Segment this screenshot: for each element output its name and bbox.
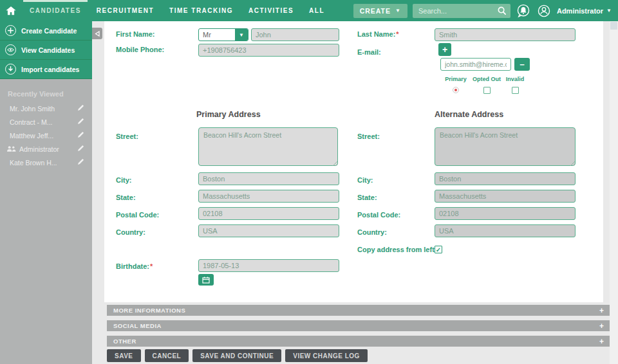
scrollbar-thumb[interactable] xyxy=(610,22,617,30)
email-label: E-mail: xyxy=(357,48,381,56)
user-menu[interactable]: Administrator ▼ xyxy=(557,7,612,15)
recent-item-kate-brown[interactable]: Kate Brown H... xyxy=(0,156,92,169)
copy-address-label: Copy address from left: xyxy=(357,246,436,253)
people-icon xyxy=(6,145,16,153)
save-button[interactable]: SAVE xyxy=(107,349,141,362)
invalid-checkbox[interactable] xyxy=(512,87,519,94)
title-select-value: Mr xyxy=(199,31,235,39)
form-action-buttons: SAVE CANCEL SAVE AND CONTINUE VIEW CHANG… xyxy=(107,349,368,362)
section-label: SOCIAL MEDIA xyxy=(113,322,162,329)
sidebar: Create Candidate View Candidates Import … xyxy=(0,21,92,364)
app-window: CANDIDATES RECRUITMENT TIME TRACKING ACT… xyxy=(0,0,618,364)
alternate-street-textarea[interactable]: Beacon Hill's Acorn Street xyxy=(435,127,576,166)
sidebar-collapse-handle[interactable] xyxy=(92,28,102,39)
alternate-state-input[interactable] xyxy=(435,190,576,203)
primary-radio[interactable] xyxy=(453,87,459,93)
primary-postal-label: Postal Code: xyxy=(116,211,159,219)
recent-item-john-smith[interactable]: Mr. John Smith xyxy=(0,102,92,115)
search-input[interactable] xyxy=(413,4,510,18)
vertical-scrollbar[interactable] xyxy=(610,21,618,364)
download-circle-icon xyxy=(5,64,16,75)
save-and-continue-button[interactable]: SAVE AND CONTINUE xyxy=(192,349,281,362)
copy-address-checkbox[interactable]: ✓ xyxy=(435,246,442,253)
alternate-city-input[interactable] xyxy=(435,172,576,185)
primary-street-label: Street: xyxy=(116,132,138,140)
add-email-button[interactable]: + xyxy=(438,43,451,56)
required-asterisk: * xyxy=(396,30,398,38)
view-change-log-button[interactable]: VIEW CHANGE LOG xyxy=(285,349,368,362)
primary-state-input[interactable] xyxy=(198,190,339,203)
birthdate-label: Birthdate:* xyxy=(116,262,153,270)
alternate-state-label: State: xyxy=(357,194,377,201)
sidebar-item-import-candidates[interactable]: Import candidates xyxy=(0,60,92,79)
first-name-input[interactable] xyxy=(251,28,339,41)
opted-out-checkbox[interactable] xyxy=(483,87,491,94)
radio-selected-dot xyxy=(454,89,457,91)
first-name-label: First Name: xyxy=(116,30,155,38)
expand-plus-icon[interactable]: + xyxy=(599,322,604,331)
calendar-button[interactable] xyxy=(198,274,214,286)
primary-country-input[interactable] xyxy=(198,224,339,237)
required-asterisk: * xyxy=(150,262,153,270)
expand-plus-icon[interactable]: + xyxy=(599,306,604,315)
nav-tab-candidates[interactable]: CANDIDATES xyxy=(22,0,89,21)
email-flag-invalid: Invalid xyxy=(497,76,533,94)
section-label: OTHER xyxy=(113,338,136,345)
recent-item-label: Contract - M... xyxy=(10,118,53,126)
section-other[interactable]: OTHER + xyxy=(107,336,610,347)
primary-city-input[interactable] xyxy=(198,172,339,185)
email-input[interactable] xyxy=(440,58,511,71)
last-name-input[interactable] xyxy=(435,28,576,41)
sidebar-item-label: View Candidates xyxy=(21,46,75,54)
search-icon[interactable] xyxy=(497,6,507,18)
recent-item-contract[interactable]: Contract - M... xyxy=(0,115,92,129)
primary-street-textarea[interactable]: Beacon Hill's Acorn Street xyxy=(198,127,338,166)
nav-tab-all[interactable]: ALL xyxy=(301,0,332,21)
calendar-icon xyxy=(202,277,210,284)
mobile-phone-input[interactable] xyxy=(198,44,339,57)
alternate-country-input[interactable] xyxy=(435,224,576,237)
alternate-street-label: Street: xyxy=(357,132,380,140)
section-social-media[interactable]: SOCIAL MEDIA + xyxy=(107,320,610,331)
chevron-down-icon: ▼ xyxy=(606,8,612,14)
recent-item-label: Kate Brown H... xyxy=(10,159,57,167)
recent-item-administrator[interactable]: Administrator xyxy=(0,142,92,156)
create-button-label: CREATE xyxy=(360,7,391,15)
primary-city-label: City: xyxy=(116,176,131,184)
mobile-phone-label: Mobile Phone: xyxy=(116,46,164,53)
chevron-down-icon: ▼ xyxy=(235,28,248,41)
sidebar-item-view-candidates[interactable]: View Candidates xyxy=(0,41,92,60)
edit-pencil-icon[interactable] xyxy=(77,158,84,167)
chevron-down-icon: ▼ xyxy=(395,8,401,14)
cancel-button[interactable]: CANCEL xyxy=(145,349,189,362)
home-icon[interactable] xyxy=(0,0,22,21)
edit-pencil-icon[interactable] xyxy=(77,131,84,140)
alternate-postal-input[interactable] xyxy=(435,207,576,220)
section-label: MORE INFORMATIONS xyxy=(113,307,185,314)
section-more-informations[interactable]: MORE INFORMATIONS + xyxy=(107,305,610,316)
recent-item-label: Matthew Jeff... xyxy=(10,132,53,140)
edit-pencil-icon[interactable] xyxy=(77,145,84,153)
remove-email-button[interactable]: − xyxy=(514,58,530,71)
sidebar-item-label: Import candidates xyxy=(21,66,79,73)
edit-pencil-icon[interactable] xyxy=(77,118,84,126)
recent-item-matthew[interactable]: Matthew Jeff... xyxy=(0,129,92,142)
nav-tab-time-tracking[interactable]: TIME TRACKING xyxy=(162,0,241,21)
notifications-icon[interactable] xyxy=(516,3,531,19)
nav-tab-recruitment[interactable]: RECRUITMENT xyxy=(89,0,162,21)
birthdate-input[interactable] xyxy=(198,259,339,272)
edit-pencil-icon[interactable] xyxy=(77,104,84,113)
sidebar-item-create-candidate[interactable]: Create Candidate xyxy=(0,21,92,41)
header-right-cluster: CREATE ▼ xyxy=(353,3,618,19)
title-select[interactable]: Mr ▼ xyxy=(198,28,248,41)
primary-state-label: State: xyxy=(116,194,136,201)
account-icon[interactable] xyxy=(536,3,552,19)
candidate-form-panel: First Name: Mr ▼ Last Name:* Mobile Phon… xyxy=(104,21,603,302)
primary-address-heading: Primary Address xyxy=(196,110,261,119)
plus-circle-icon xyxy=(5,25,16,36)
expand-plus-icon[interactable]: + xyxy=(599,337,604,346)
alternate-postal-label: Postal Code: xyxy=(357,211,400,219)
create-button[interactable]: CREATE ▼ xyxy=(353,4,407,18)
nav-tab-activities[interactable]: ACTIVITIES xyxy=(241,0,301,21)
primary-postal-input[interactable] xyxy=(198,207,339,220)
